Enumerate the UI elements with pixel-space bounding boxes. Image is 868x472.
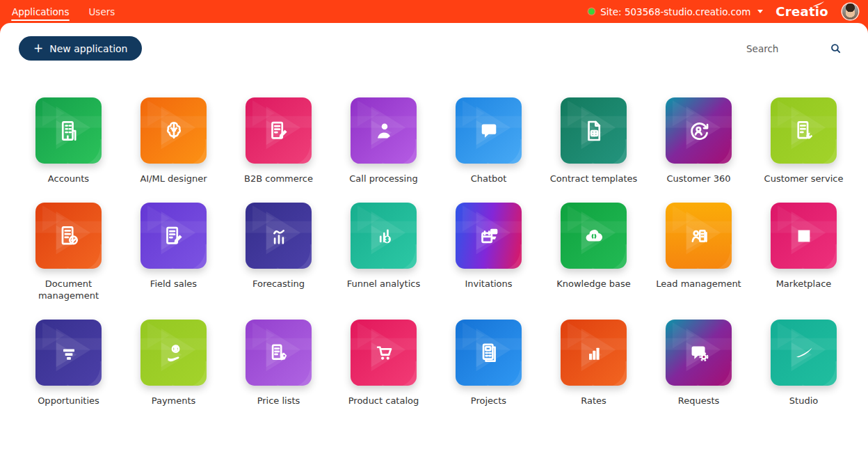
app-requests[interactable]: Requests bbox=[646, 320, 751, 407]
app-payments[interactable]: Payments bbox=[121, 320, 226, 407]
brain-icon bbox=[161, 118, 187, 144]
swoosh-icon bbox=[791, 340, 817, 366]
app-customer-service[interactable]: Customer service bbox=[751, 97, 856, 184]
app-tile[interactable] bbox=[771, 97, 837, 164]
app-label: Funnel analytics bbox=[347, 278, 420, 290]
app-tile[interactable] bbox=[561, 97, 627, 164]
cloud-icon bbox=[581, 223, 607, 249]
app-marketplace[interactable]: Marketplace bbox=[751, 203, 856, 301]
app-label: Call processing bbox=[349, 173, 417, 184]
app-accounts[interactable]: Accounts bbox=[16, 97, 121, 184]
app-tile[interactable] bbox=[35, 320, 102, 386]
app-tile[interactable] bbox=[456, 320, 522, 386]
app-tile[interactable] bbox=[351, 320, 417, 386]
app-label: Document management bbox=[24, 278, 113, 301]
top-nav-tabs: Applications Users bbox=[11, 0, 115, 23]
app-customer-360[interactable]: Customer 360 bbox=[646, 97, 751, 184]
app-rates[interactable]: Rates bbox=[541, 320, 646, 407]
app-tile[interactable] bbox=[140, 203, 207, 269]
app-opportunities[interactable]: Opportunities bbox=[16, 320, 121, 407]
search-icon[interactable] bbox=[830, 42, 842, 54]
app-tile[interactable] bbox=[666, 97, 732, 164]
app-label: Lead management bbox=[656, 278, 741, 290]
app-label: AI/ML designer bbox=[140, 173, 207, 184]
new-application-button[interactable]: + New application bbox=[19, 36, 142, 61]
app-call-processing[interactable]: Call processing bbox=[331, 97, 436, 184]
app-tile[interactable] bbox=[35, 203, 102, 269]
app-funnel-analytics[interactable]: Funnel analytics bbox=[331, 203, 436, 301]
app-chatbot[interactable]: Chatbot bbox=[436, 97, 541, 184]
search-input[interactable] bbox=[746, 43, 809, 54]
app-label: Marketplace bbox=[776, 278, 832, 290]
document-template-icon bbox=[581, 118, 607, 144]
chart-coin-icon bbox=[371, 223, 397, 249]
app-label: Knowledge base bbox=[556, 278, 631, 290]
person-building-icon bbox=[686, 223, 712, 249]
app-label: Product catalog bbox=[348, 395, 419, 407]
app-ai-ml-designer[interactable]: AI/ML designer bbox=[121, 97, 226, 184]
app-document-management[interactable]: Document management bbox=[16, 203, 121, 301]
site-status-dot bbox=[588, 8, 595, 15]
building-icon bbox=[56, 118, 82, 144]
app-tile[interactable] bbox=[771, 320, 837, 386]
site-selector[interactable]: Site: 503568-studio.creatio.com bbox=[588, 6, 763, 17]
logo-swoosh-icon bbox=[813, 1, 824, 7]
clipboard-icon bbox=[476, 340, 502, 366]
app-label: Price lists bbox=[257, 395, 300, 407]
app-tile[interactable] bbox=[666, 203, 732, 269]
app-tile[interactable] bbox=[246, 203, 312, 269]
app-tile[interactable] bbox=[140, 320, 207, 386]
app-label: Requests bbox=[678, 395, 720, 407]
creatio-logo: Creatio bbox=[775, 4, 830, 19]
document-wrench-icon bbox=[791, 118, 817, 144]
app-label: Contract templates bbox=[550, 173, 638, 184]
app-tile[interactable] bbox=[456, 203, 522, 269]
user-avatar[interactable] bbox=[842, 3, 858, 19]
app-tile[interactable] bbox=[456, 97, 522, 164]
app-tile[interactable] bbox=[561, 203, 627, 269]
bar-chart-icon bbox=[581, 340, 607, 366]
app-tile[interactable] bbox=[140, 97, 207, 164]
cart-icon bbox=[371, 340, 397, 366]
app-label: Studio bbox=[789, 395, 818, 407]
application-grid: Accounts AI/ML designer B2B commerce bbox=[16, 97, 868, 407]
app-label: Opportunities bbox=[38, 395, 99, 407]
app-label: Chatbot bbox=[471, 173, 507, 184]
app-tile[interactable] bbox=[351, 97, 417, 164]
app-tile[interactable] bbox=[246, 320, 312, 386]
app-tile[interactable] bbox=[351, 203, 417, 269]
app-tile[interactable] bbox=[561, 320, 627, 386]
app-b2b-commerce[interactable]: B2B commerce bbox=[226, 97, 331, 184]
app-label: Payments bbox=[152, 395, 196, 407]
app-label: Forecasting bbox=[252, 278, 305, 290]
app-product-catalog[interactable]: Product catalog bbox=[331, 320, 436, 407]
app-studio[interactable]: Studio bbox=[751, 320, 856, 407]
app-lead-management[interactable]: Lead management bbox=[646, 203, 751, 301]
app-invitations[interactable]: Invitations bbox=[436, 203, 541, 301]
price-tag-icon bbox=[266, 340, 292, 366]
search-box bbox=[746, 42, 842, 54]
app-tile[interactable] bbox=[35, 97, 102, 164]
app-tile[interactable] bbox=[666, 320, 732, 386]
app-tile[interactable] bbox=[771, 203, 837, 269]
app-label: Accounts bbox=[48, 173, 89, 184]
tab-applications[interactable]: Applications bbox=[11, 0, 70, 23]
plus-icon: + bbox=[33, 42, 43, 54]
tab-users[interactable]: Users bbox=[88, 0, 115, 23]
chat-bubble-icon bbox=[476, 118, 502, 144]
app-price-lists[interactable]: Price lists bbox=[226, 320, 331, 407]
app-field-sales[interactable]: Field sales bbox=[121, 203, 226, 301]
app-label: Projects bbox=[471, 395, 506, 407]
app-projects[interactable]: Projects bbox=[436, 320, 541, 407]
document-edit-icon bbox=[266, 118, 292, 144]
site-label: Site: 503568-studio.creatio.com bbox=[600, 6, 750, 17]
chat-gear-icon bbox=[686, 340, 712, 366]
new-application-label: New application bbox=[49, 43, 127, 54]
content-area: + New application Accounts bbox=[0, 23, 868, 472]
hand-coin-icon bbox=[161, 340, 187, 366]
app-label: Rates bbox=[581, 395, 606, 407]
app-contract-templates[interactable]: Contract templates bbox=[541, 97, 646, 184]
app-knowledge-base[interactable]: Knowledge base bbox=[541, 203, 646, 301]
app-tile[interactable] bbox=[246, 97, 312, 164]
app-forecasting[interactable]: Forecasting bbox=[226, 203, 331, 301]
